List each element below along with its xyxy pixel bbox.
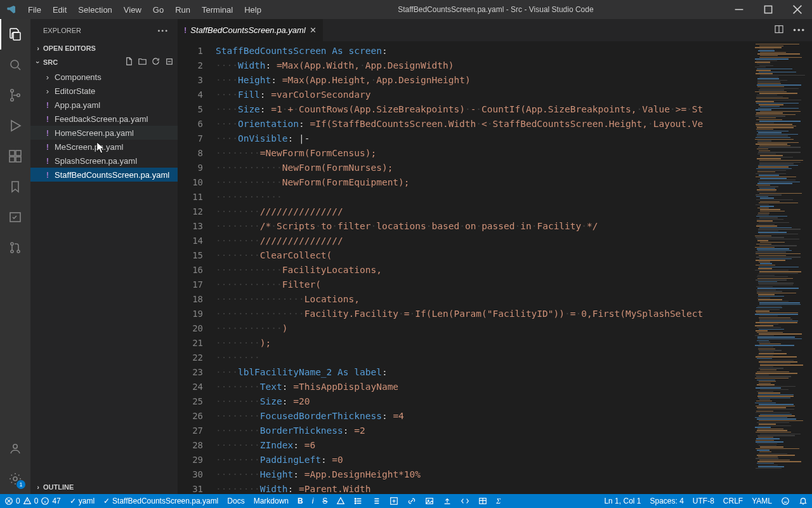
minimap[interactable]: [751, 41, 812, 494]
svg-rect-8: [16, 157, 21, 162]
menu-edit[interactable]: Edit: [47, 0, 72, 19]
line-gutter: 1234567891011121314151617181920212223242…: [178, 41, 216, 494]
status-language[interactable]: YAML: [747, 494, 776, 508]
menu-bar: FileEditSelectionViewGoRunTerminalHelp: [22, 0, 267, 19]
status-image-icon[interactable]: [421, 494, 438, 508]
editor[interactable]: 1234567891011121314151617181920212223242…: [178, 41, 812, 494]
menu-selection[interactable]: Selection: [72, 0, 117, 19]
folder-editorstate[interactable]: ›EditorState: [30, 84, 178, 98]
activity-github-pr[interactable]: [0, 232, 30, 263]
outline-label: OUTLINE: [43, 483, 74, 491]
sidebar-more-icon[interactable]: •••: [157, 27, 169, 34]
activity-explorer[interactable]: [0, 19, 30, 50]
status-notifications-icon[interactable]: [794, 494, 812, 508]
status-yaml-schema[interactable]: ✓yaml: [65, 494, 99, 508]
tree-item-label: EditorState: [55, 86, 95, 96]
status-code-icon[interactable]: [456, 494, 474, 508]
status-cursor-pos[interactable]: Ln 1, Col 1: [599, 494, 645, 508]
yaml-file-icon: !: [41, 142, 55, 152]
status-italic[interactable]: i: [308, 494, 318, 508]
chevron-right-icon: ›: [41, 86, 55, 96]
tab-bar: ! StaffBedCountsScreen.pa.yaml ✕ •••: [178, 19, 812, 41]
section-src[interactable]: › SRC: [30, 55, 178, 69]
svg-rect-7: [10, 157, 15, 162]
status-formula-icon[interactable]: Σ: [492, 494, 505, 508]
status-ul-icon[interactable]: [350, 494, 367, 508]
menu-go[interactable]: Go: [147, 0, 169, 19]
file-item[interactable]: !FeedbackScreen.pa.yaml: [30, 112, 178, 126]
activity-accounts[interactable]: [0, 433, 30, 464]
svg-point-22: [355, 503, 357, 504]
status-markdown[interactable]: Markdown: [249, 494, 293, 508]
svg-point-5: [17, 94, 20, 97]
yaml-file-icon: !: [41, 156, 55, 166]
svg-point-20: [355, 498, 357, 500]
new-folder-icon[interactable]: [138, 57, 147, 68]
status-table-icon[interactable]: [474, 494, 492, 508]
activity-bar: 1: [0, 19, 30, 494]
status-feedback-icon[interactable]: [776, 494, 794, 508]
status-ol-icon[interactable]: [367, 494, 385, 508]
tree-item-label: Components: [55, 72, 102, 82]
status-problems[interactable]: 0 0 47: [0, 494, 65, 508]
menu-terminal[interactable]: Terminal: [196, 0, 239, 19]
file-item[interactable]: !App.pa.yaml: [30, 98, 178, 112]
chevron-right-icon: ›: [33, 44, 43, 52]
code-area[interactable]: StaffBedCountsScreen As screen:····Width…: [216, 41, 751, 494]
tree-item-label: StaffBedCountsScreen.pa.yaml: [55, 170, 169, 180]
status-heading-icon[interactable]: [332, 494, 350, 508]
activity-search[interactable]: [0, 50, 30, 80]
tab-label: StaffBedCountsScreen.pa.yaml: [190, 25, 305, 35]
status-encoding[interactable]: UTF-8: [688, 494, 719, 508]
svg-point-14: [13, 444, 17, 448]
menu-run[interactable]: Run: [169, 0, 196, 19]
chevron-right-icon: ›: [33, 483, 43, 491]
menu-view[interactable]: View: [118, 0, 147, 19]
refresh-icon[interactable]: [151, 57, 160, 68]
file-item[interactable]: !MeScreen.pa.yaml: [30, 140, 178, 154]
maximize-button[interactable]: [754, 0, 783, 19]
svg-point-25: [428, 500, 429, 501]
svg-point-21: [355, 500, 357, 502]
status-eol[interactable]: CRLF: [719, 494, 747, 508]
svg-point-11: [11, 243, 13, 245]
file-item[interactable]: !HomeScreen.pa.yaml: [30, 126, 178, 140]
status-spaces[interactable]: Spaces: 4: [645, 494, 688, 508]
activity-bookmark[interactable]: [0, 171, 30, 202]
collapse-all-icon[interactable]: [164, 57, 174, 68]
section-open-editors[interactable]: › OPEN EDITORS: [30, 41, 178, 55]
activity-source-control[interactable]: [0, 80, 30, 110]
editor-tab[interactable]: ! StaffBedCountsScreen.pa.yaml ✕: [178, 19, 324, 41]
section-outline[interactable]: › OUTLINE: [30, 480, 178, 494]
file-item[interactable]: !StaffBedCountsScreen.pa.yaml: [30, 168, 178, 182]
activity-run-debug[interactable]: [0, 110, 30, 141]
tab-close-icon[interactable]: ✕: [310, 25, 317, 35]
close-button[interactable]: [783, 0, 812, 19]
activity-settings[interactable]: 1: [0, 464, 30, 494]
status-link-icon[interactable]: [403, 494, 421, 508]
svg-point-2: [11, 60, 18, 68]
open-editors-label: OPEN EDITORS: [43, 44, 96, 52]
status-upload-icon[interactable]: [438, 494, 456, 508]
status-checkbox-icon[interactable]: [385, 494, 403, 508]
minimize-button[interactable]: [724, 0, 754, 19]
tree-item-label: FeedbackScreen.pa.yaml: [55, 114, 148, 124]
title-bar: FileEditSelectionViewGoRunTerminalHelp S…: [0, 0, 812, 19]
activity-output-panel[interactable]: [0, 202, 30, 232]
svg-point-4: [11, 98, 13, 101]
sidebar-title: EXPLORER: [43, 27, 81, 34]
status-strike-icon[interactable]: S: [318, 494, 332, 508]
editor-group: ! StaffBedCountsScreen.pa.yaml ✕ ••• 123…: [178, 19, 812, 494]
status-docs[interactable]: Docs: [223, 494, 249, 508]
split-editor-icon[interactable]: [774, 24, 784, 36]
activity-extensions[interactable]: [0, 141, 30, 171]
folder-components[interactable]: ›Components: [30, 70, 178, 84]
editor-more-icon[interactable]: •••: [793, 25, 806, 35]
status-bold[interactable]: B: [293, 494, 308, 508]
sidebar-header: EXPLORER •••: [30, 19, 178, 41]
new-file-icon[interactable]: [124, 57, 134, 68]
menu-file[interactable]: File: [22, 0, 47, 19]
file-item[interactable]: !SplashScreen.pa.yaml: [30, 154, 178, 168]
status-file-path[interactable]: ✓StaffBedCountsScreen.pa.yaml: [99, 494, 223, 508]
menu-help[interactable]: Help: [239, 0, 267, 19]
